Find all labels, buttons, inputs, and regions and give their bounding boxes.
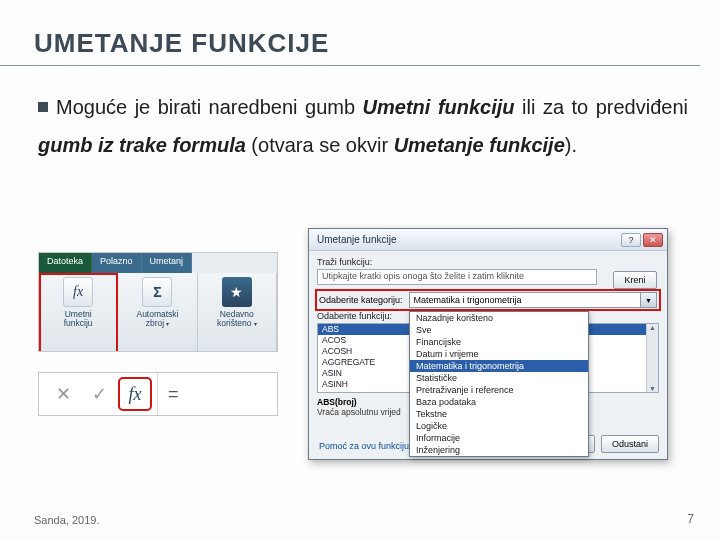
ribbon-body: fx Umetni funkciju Σ Automatski zbroj▾ ★… (39, 273, 277, 352)
category-dropdown-list[interactable]: Nazadnje korištenoSveFinancijskeDatum i … (409, 311, 589, 457)
help-icon[interactable]: ? (621, 233, 641, 247)
scrollbar[interactable] (646, 324, 658, 392)
group-insert-function[interactable]: fx Umetni funkciju (39, 273, 118, 352)
confirm-icon[interactable]: ✓ (85, 380, 113, 408)
go-button[interactable]: Kreni (613, 271, 657, 289)
close-icon[interactable]: ✕ (643, 233, 663, 247)
group-recent-label2: korišteno▾ (217, 319, 257, 328)
star-icon: ★ (222, 277, 252, 307)
search-label: Traži funkciju: (317, 257, 659, 267)
formula-bar-screenshot: ✕ ✓ fx = (38, 372, 278, 416)
tab-insert[interactable]: Umetanj (142, 253, 193, 273)
tab-file[interactable]: Datoteka (39, 253, 92, 273)
group-autosum[interactable]: Σ Automatski zbroj▾ (118, 273, 197, 352)
group-insert-fn-label2: funkciju (64, 319, 93, 328)
dialog-title: Umetanje funkcije (317, 234, 619, 245)
chevron-down-icon: ▾ (166, 321, 169, 328)
body-emph-1: Umetni funkciju (363, 96, 515, 118)
cancel-button[interactable]: Odustani (601, 435, 659, 453)
body-paragraph: Moguće je birati naredbeni gumb Umetni f… (0, 66, 720, 164)
slide-title: UMETANJE FUNKCIJE (0, 0, 700, 66)
dropdown-item[interactable]: Statističke (410, 372, 588, 384)
body-emph-2: gumb iz trake formula (38, 134, 246, 156)
body-prefix: Moguće je birati naredbeni gumb (56, 96, 363, 118)
dropdown-item[interactable]: Financijske (410, 336, 588, 348)
dropdown-item[interactable]: Pretraživanje i reference (410, 384, 588, 396)
category-select[interactable]: Matematika i trigonometrija ▼ (409, 292, 657, 308)
chevron-down-icon[interactable]: ▼ (640, 293, 656, 307)
dropdown-item[interactable]: Sve (410, 324, 588, 336)
dropdown-item[interactable]: Baza podataka (410, 396, 588, 408)
ribbon-tabs: Datoteka Polazno Umetanj (39, 253, 277, 273)
insert-function-dialog: Umetanje funkcije ? ✕ Traži funkciju: Ut… (308, 228, 668, 460)
dropdown-item[interactable]: Logičke (410, 420, 588, 432)
footer-author: Sanda, 2019. (34, 514, 99, 526)
body-suffix2: ). (565, 134, 577, 156)
help-link[interactable]: Pomoć za ovu funkciju (319, 441, 409, 451)
body-suffix1: (otvara se okvir (246, 134, 394, 156)
dropdown-item[interactable]: Nazadnje korišteno (410, 312, 588, 324)
sigma-icon: Σ (142, 277, 172, 307)
tab-home[interactable]: Polazno (92, 253, 142, 273)
category-row: Odaberite kategoriju: Matematika i trigo… (317, 291, 659, 309)
group-autosum-label2: zbroj▾ (146, 319, 169, 328)
bullet-icon (38, 102, 48, 112)
body-mid: ili za to predviđeni (515, 96, 688, 118)
category-value: Matematika i trigonometrija (414, 295, 522, 305)
dropdown-item[interactable]: Tekstne (410, 408, 588, 420)
page-number: 7 (687, 512, 694, 526)
cancel-icon[interactable]: ✕ (49, 380, 77, 408)
chevron-down-icon: ▾ (254, 321, 257, 328)
insert-function-fx-button[interactable]: fx (121, 380, 149, 408)
formula-equals: = (157, 373, 179, 415)
category-label: Odaberite kategoriju: (319, 295, 403, 305)
dropdown-item[interactable]: Matematika i trigonometrija (410, 360, 588, 372)
dropdown-item[interactable]: Inženjering (410, 444, 588, 456)
dialog-titlebar: Umetanje funkcije ? ✕ (309, 229, 667, 251)
group-recent[interactable]: ★ Nedavno korišteno▾ (198, 273, 277, 352)
body-emph-3: Umetanje funkcije (394, 134, 565, 156)
fx-icon: fx (63, 277, 93, 307)
search-input[interactable]: Utipkajte kratki opis onoga što želite i… (317, 269, 597, 285)
dropdown-item[interactable]: Datum i vrijeme (410, 348, 588, 360)
dropdown-item[interactable]: Informacije (410, 432, 588, 444)
excel-ribbon-screenshot: Datoteka Polazno Umetanj fx Umetni funkc… (38, 252, 278, 352)
screenshot-area: Datoteka Polazno Umetanj fx Umetni funkc… (38, 252, 688, 490)
